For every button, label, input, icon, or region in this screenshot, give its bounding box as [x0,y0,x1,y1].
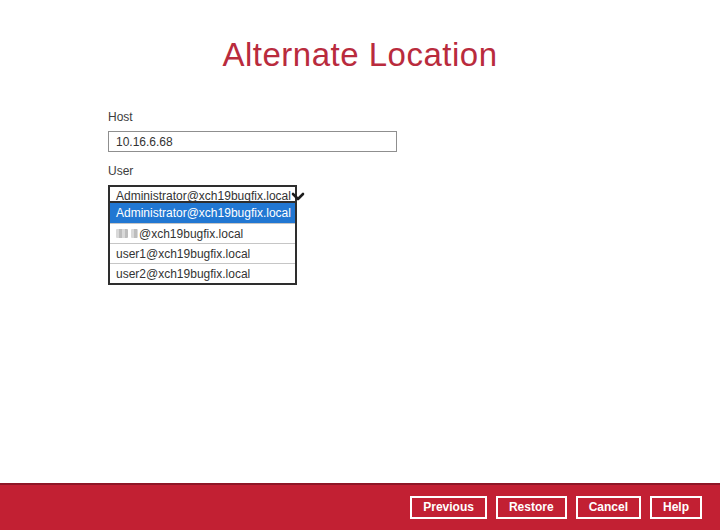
user-label: User [108,164,397,178]
form-area: Host User Administrator@xch19bugfix.loca… [108,110,397,207]
previous-button[interactable]: Previous [410,496,487,519]
host-input[interactable] [108,131,397,152]
user-option-redacted[interactable]: @xch19bugfix.local [110,223,295,243]
user-option-redacted-label: @xch19bugfix.local [139,227,243,241]
user-option-administrator[interactable]: Administrator@xch19bugfix.local [110,203,295,223]
host-label: Host [108,110,397,124]
user-option-user1[interactable]: user1@xch19bugfix.local [110,243,295,263]
restore-button[interactable]: Restore [496,496,567,519]
redacted-text [116,224,138,243]
cancel-button[interactable]: Cancel [576,496,641,519]
alternate-location-page: Alternate Location Host User Administrat… [0,0,720,530]
user-option-user2[interactable]: user2@xch19bugfix.local [110,263,295,283]
footer-action-bar: Previous Restore Cancel Help [0,483,720,530]
page-title: Alternate Location [0,36,720,74]
chevron-down-icon [291,192,305,201]
help-button[interactable]: Help [650,496,702,519]
user-dropdown-list: Administrator@xch19bugfix.local @xch19bu… [108,201,297,285]
